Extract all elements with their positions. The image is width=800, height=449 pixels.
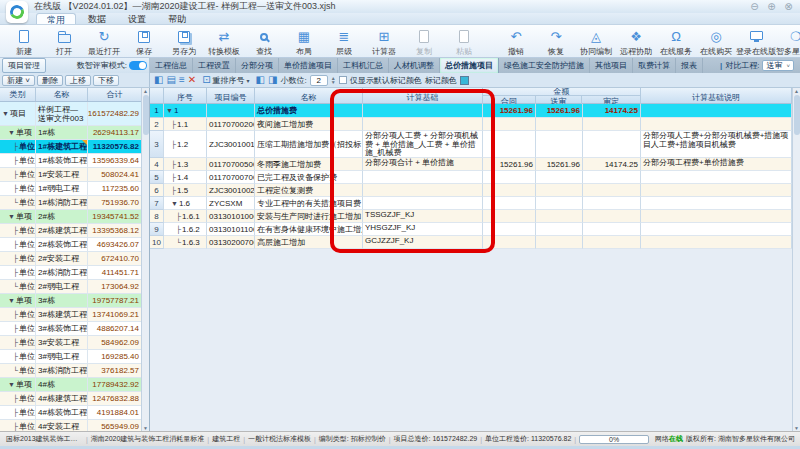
scroll-up-icon[interactable]: ▲ [143,88,148,94]
grid-row[interactable]: 9├1.6.2031301011001在有害身体健康环境中施工增加YHSGZJF… [150,223,792,236]
tree-row[interactable]: └单位1#栋消防工程751936.70 [0,196,141,210]
menu-tab-设置[interactable]: 设置 [118,13,156,24]
tree-row[interactable]: ├单位2#栋建筑工程13395368.12 [0,224,141,238]
ribbon-button-恢复[interactable]: ↷恢复 [536,26,576,57]
doc-tab-分部分项[interactable]: 分部分项 [236,58,279,73]
menu-tab-帮助[interactable]: 帮助 [158,13,196,24]
maximize-icon[interactable]: ⊕ [766,1,777,12]
decimal-stepper[interactable]: ▲▼ [331,76,336,84]
grid-row[interactable]: 3├1.2ZJC3001001压缩工期措施增加费（招投标）分部分项人工费 + 分… [150,131,792,158]
grid-row[interactable]: 4├1.3011707005001冬雨季施工增加费分部分项合计 + 单价措施15… [150,158,792,171]
grid-row[interactable]: 2├1.1011707002001夜间施工增加费 [150,118,792,131]
ribbon-button-转换模板[interactable]: ⇄转换模板 [204,26,244,57]
decimal-input[interactable]: 2 [310,75,328,86]
ribbon-button-保存[interactable]: 保存 [124,26,164,57]
ribbon-button-协同编制[interactable]: ◬协同编制 [576,26,616,57]
doc-tab-工程信息[interactable]: 工程信息 [150,58,193,73]
expand-arrow-icon[interactable]: ▼ [166,107,173,114]
tree-scrollbar[interactable]: ▲▼ [141,88,149,431]
doc-tab-工料机汇总[interactable]: 工料机汇总 [338,58,389,73]
grid-row[interactable]: 6├1.5ZJC3001002工程定位复测费 [150,184,792,197]
compare-project-select[interactable]: 送审 ˅ [762,60,794,71]
tree-row[interactable]: ├单位1#栋装饰工程13596339.64 [0,154,141,168]
ribbon-button-登录在线版[interactable]: 登录在线版 [736,26,776,57]
tree-row[interactable]: └单位3#栋消防工程376182.57 [0,364,141,378]
doc-tab-取费计算[interactable]: 取费计算 [633,58,676,73]
expand-level-icon[interactable]: ◧ [154,74,163,86]
grid-row[interactable]: 5├1.4011707007001已完工程及设备保护费 [150,171,792,184]
tree-row[interactable]: ├单位2#安装工程672410.70 [0,252,141,266]
tree-row[interactable]: ▼项目样例工程—送审文件003161572482.29 [0,102,141,126]
scroll-down-icon[interactable]: ▼ [143,425,148,431]
project-manage-tab[interactable]: 项目管理 [2,58,46,73]
menu-tab-数据[interactable]: 数据 [78,13,116,24]
ribbon-button-查找[interactable]: 查找 [244,26,284,57]
tree-row[interactable]: ├单位3#栋装饰工程4886207.14 [0,322,141,336]
ribbon-button-计算器[interactable]: ⊞计算器 [364,26,404,57]
list-level-icon[interactable]: ≡ [179,74,185,86]
doc-tab-人材机调整[interactable]: 人材机调整 [389,58,440,73]
ribbon-button-智多星网站[interactable]: ❍智多星网站 [776,26,800,57]
scroll-down-icon[interactable]: ▼ [794,425,799,431]
smart-review-toggle[interactable] [129,61,147,70]
grid-row[interactable]: 1▼1总价措施费15261.9615261.9614174.25 [150,104,792,118]
tree-row[interactable]: ├单位3#安装工程584962.09 [0,336,141,350]
doc-tab-绿色施工安全防护措施[interactable]: 绿色施工安全防护措施 [499,58,590,73]
ribbon-button-打开[interactable]: 打开 [44,26,84,57]
expand-arrow-icon[interactable]: ▼ [2,109,9,118]
ribbon-button-另存为[interactable]: 另存为 [164,26,204,57]
tree-row[interactable]: ▼单项4#栋17789432.92 [0,378,141,392]
menu-tab-常用[interactable]: 常用 [36,13,76,24]
doc-tab-其他项目[interactable]: 其他项目 [590,58,633,73]
tree-row[interactable]: ├单位2#栋装饰工程4693426.07 [0,238,141,252]
delete-row-icon[interactable]: ✕ [188,74,196,86]
tree-row[interactable]: ├单位1#弱电工程117235.60 [0,182,141,196]
ribbon-button-布局[interactable]: ▦布局 [284,26,324,57]
ribbon-button-在线购买[interactable]: ◎在线购买 [696,26,736,57]
shift-right-icon[interactable]: ◨ [268,74,277,86]
tree-button-新建[interactable]: 新建 ˅ [2,75,35,86]
doc-tab-工程设置[interactable]: 工程设置 [193,58,236,73]
scroll-up-icon[interactable]: ▲ [794,88,799,94]
mark-color-swatch[interactable] [460,76,469,85]
ribbon-button-撤销[interactable]: ↶撤销 [496,26,536,57]
expand-arrow-icon[interactable]: ▼ [8,213,15,220]
doc-tab-总价措施项目[interactable]: 总价措施项目 [440,58,499,73]
shift-left-icon[interactable]: ◧ [256,74,265,86]
expand-arrow-icon[interactable]: ▼ [8,381,15,388]
default-mark-color-checkbox[interactable] [339,76,347,84]
ribbon-button-在线服务[interactable]: Ω在线服务 [656,26,696,57]
close-icon[interactable]: ⊗ [783,1,794,12]
tree-row[interactable]: ├单位3#栋建筑工程13741069.21 [0,308,141,322]
tree-row[interactable]: ▼单项1#栋26294113.17 [0,126,141,140]
minimize-icon[interactable]: ⊖ [749,1,760,12]
grid-row[interactable]: 10└1.6.3031302007001高层施工增加GCJZZJF_KJ [150,236,792,249]
grid-scrollbar[interactable]: ▲▼ [792,88,800,431]
tree-row[interactable]: ├单位3#弱电工程169285.40 [0,350,141,364]
tree-row[interactable]: ▼单项3#栋19757787.21 [0,294,141,308]
ribbon-button-新建[interactable]: 新建 [4,26,44,57]
tree-row[interactable]: ├单位4#安装工程565949.09 [0,420,141,431]
grid-row[interactable]: 7▼1.6ZYCSXM专业工程中的有关措施项目费 [150,197,792,210]
tree-row[interactable]: ▼单项2#栋19345741.52 [0,210,141,224]
tree-row[interactable]: ├单位4#栋建筑工程12476832.88 [0,392,141,406]
tree-button-下移[interactable]: 下移 [93,75,119,86]
ribbon-button-最近打开[interactable]: ↻最近打开 [84,26,124,57]
tree-row[interactable]: ├单位1#栋建筑工程11320576.82 [0,140,141,154]
mid-level-icon[interactable]: ▤ [166,74,175,86]
doc-tab-单价措施项目[interactable]: 单价措施项目 [279,58,338,73]
tree-button-删除[interactable]: 删除 [37,75,63,86]
ribbon-button-层级[interactable]: ≣层级 [324,26,364,57]
scroll-thumb[interactable] [794,95,800,135]
grid-row[interactable]: 8├1.6.1031301010001安装与生产同时进行施工增加TSSGZJF_… [150,210,792,223]
tree-row[interactable]: ├单位1#安装工程508024.41 [0,168,141,182]
expand-arrow-icon[interactable]: ▼ [8,129,15,136]
expand-arrow-icon[interactable]: ▼ [8,297,15,304]
tree-row[interactable]: ├单位4#栋装饰工程4191884.01 [0,406,141,420]
expand-arrow-icon[interactable]: ▼ [171,200,178,207]
tree-row[interactable]: └单位2#弱电工程173064.92 [0,280,141,294]
tree-button-上移[interactable]: 上移 [65,75,91,86]
tree-row[interactable]: ├单位2#栋消防工程411451.71 [0,266,141,280]
reorder-number-button[interactable]: ⊡ 重排序号 ▾ [199,73,252,87]
scroll-thumb[interactable] [143,95,149,135]
